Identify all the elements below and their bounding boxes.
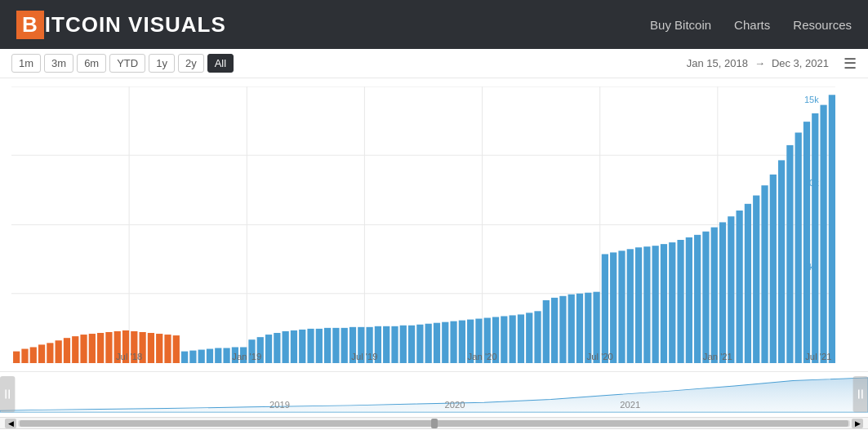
svg-rect-69 — [501, 316, 507, 363]
svg-text:Jan '20: Jan '20 — [468, 352, 497, 361]
nav-buy-bitcoin[interactable]: Buy Bitcoin — [650, 18, 711, 32]
time-btn-ytd[interactable]: YTD — [109, 54, 145, 73]
time-btn-2y[interactable]: 2y — [178, 54, 204, 73]
time-btn-6m[interactable]: 6m — [77, 54, 106, 73]
svg-rect-76 — [559, 296, 566, 363]
svg-rect-48 — [324, 328, 331, 363]
svg-rect-29 — [164, 335, 171, 363]
svg-rect-57 — [400, 326, 407, 363]
svg-rect-64 — [459, 321, 465, 363]
svg-rect-108 — [829, 95, 835, 363]
svg-rect-103 — [786, 145, 793, 363]
svg-rect-61 — [434, 323, 440, 363]
svg-rect-12 — [21, 349, 28, 363]
main-chart-container: Jul '18 Jan '19 Jul '19 Jan '20 Jul '20 … — [0, 78, 868, 372]
date-range: Jan 15, 2018 → Dec 3, 2021 — [687, 57, 829, 69]
svg-rect-62 — [442, 322, 448, 363]
svg-rect-17 — [64, 338, 70, 363]
scroll-left-arrow[interactable]: ◀ — [5, 419, 16, 428]
time-btn-3m[interactable]: 3m — [44, 54, 73, 73]
svg-rect-82 — [610, 252, 617, 363]
svg-rect-21 — [97, 333, 104, 363]
time-filter-group: 1m 3m 6m YTD 1y 2y All — [11, 54, 234, 73]
logo-b-letter: B — [16, 11, 44, 39]
svg-rect-47 — [316, 329, 323, 363]
svg-rect-42 — [274, 333, 280, 363]
minimap: 2019 2020 2021 ◀ ▶ — [0, 372, 868, 429]
svg-rect-60 — [425, 324, 432, 363]
svg-rect-33 — [198, 350, 205, 363]
time-btn-1y[interactable]: 1y — [149, 54, 175, 73]
nav-resources[interactable]: Resources — [793, 18, 852, 32]
svg-rect-104 — [795, 133, 802, 364]
svg-rect-86 — [643, 246, 650, 363]
svg-rect-18 — [72, 336, 78, 363]
svg-rect-89 — [669, 242, 675, 363]
svg-rect-45 — [299, 330, 305, 363]
scroll-right-arrow[interactable]: ▶ — [852, 419, 863, 428]
date-end: Dec 3, 2021 — [772, 57, 829, 69]
svg-rect-78 — [576, 294, 583, 363]
scroll-track — [18, 420, 850, 427]
svg-rect-35 — [215, 348, 221, 363]
nav-charts[interactable]: Charts — [734, 18, 770, 32]
svg-rect-93 — [702, 232, 709, 363]
svg-rect-83 — [618, 250, 625, 363]
svg-rect-19 — [80, 335, 87, 363]
svg-rect-11 — [13, 352, 20, 363]
svg-rect-101 — [770, 175, 777, 363]
logo: BITCOIN VISUALS — [16, 11, 226, 39]
svg-rect-99 — [753, 196, 759, 363]
svg-rect-49 — [332, 328, 339, 363]
svg-text:Jan '19: Jan '19 — [232, 352, 261, 361]
svg-text:2021: 2021 — [620, 400, 640, 409]
svg-text:Jul '20: Jul '20 — [587, 352, 613, 361]
svg-rect-117 — [853, 376, 868, 412]
scroll-thumb[interactable] — [20, 420, 848, 427]
svg-rect-74 — [543, 300, 550, 363]
svg-rect-81 — [602, 254, 608, 363]
hamburger-menu-icon[interactable]: ☰ — [844, 55, 857, 73]
svg-rect-27 — [148, 333, 154, 363]
svg-rect-56 — [391, 326, 398, 363]
svg-rect-75 — [551, 298, 558, 363]
svg-rect-41 — [265, 335, 272, 363]
time-btn-all[interactable]: All — [207, 54, 234, 73]
bar-chart-svg: Jul '18 Jan '19 Jul '19 Jan '20 Jul '20 … — [11, 86, 835, 363]
toolbar: 1m 3m 6m YTD 1y 2y All Jan 15, 2018 → De… — [0, 49, 868, 78]
svg-rect-106 — [812, 113, 818, 363]
svg-rect-71 — [518, 314, 524, 363]
svg-rect-91 — [686, 237, 692, 363]
svg-text:2020: 2020 — [445, 400, 465, 409]
arrow-icon: → — [754, 57, 765, 69]
scroll-center-mark — [431, 419, 438, 428]
svg-rect-94 — [711, 228, 718, 363]
time-btn-1m[interactable]: 1m — [11, 54, 41, 73]
svg-rect-72 — [526, 313, 532, 363]
svg-rect-95 — [719, 222, 726, 363]
svg-rect-15 — [47, 343, 53, 363]
svg-rect-16 — [56, 340, 62, 363]
bottom-scrollbar: ◀ ▶ — [0, 417, 868, 428]
svg-rect-100 — [761, 185, 768, 363]
svg-rect-73 — [534, 311, 541, 363]
minimap-svg: 2019 2020 2021 — [0, 376, 868, 414]
svg-rect-30 — [173, 335, 180, 363]
main-nav: Buy Bitcoin Charts Resources — [650, 18, 852, 32]
svg-rect-46 — [307, 329, 314, 363]
svg-rect-85 — [635, 247, 642, 363]
svg-rect-98 — [745, 204, 751, 363]
svg-rect-107 — [820, 105, 826, 363]
svg-rect-96 — [728, 216, 734, 363]
svg-rect-102 — [778, 160, 785, 363]
svg-text:Jul '21: Jul '21 — [805, 352, 831, 361]
svg-rect-43 — [283, 331, 289, 363]
svg-rect-58 — [408, 326, 415, 363]
svg-rect-63 — [450, 321, 456, 363]
svg-rect-84 — [627, 249, 634, 363]
svg-rect-105 — [803, 122, 810, 363]
svg-rect-22 — [105, 332, 112, 363]
logo-text: ITCOIN VISUALS — [45, 12, 226, 38]
chart-inner: Jul '18 Jan '19 Jul '19 Jan '20 Jul '20 … — [11, 86, 835, 363]
svg-rect-32 — [189, 351, 196, 363]
